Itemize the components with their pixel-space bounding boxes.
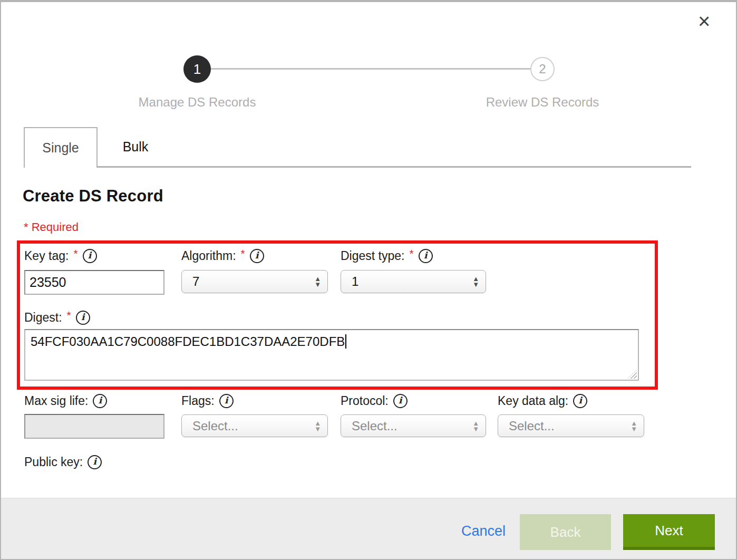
text-cursor bbox=[345, 334, 346, 349]
public-key-label: Public key: i bbox=[24, 454, 102, 470]
info-icon[interactable]: i bbox=[219, 394, 234, 408]
key-tag-label: Key tag: * i bbox=[24, 248, 97, 264]
max-sig-life-label: Max sig life: i bbox=[24, 393, 107, 409]
info-icon[interactable]: i bbox=[393, 394, 408, 408]
protocol-select[interactable]: Select... ▲▼ bbox=[341, 414, 486, 437]
algorithm-label-text: Algorithm: bbox=[181, 249, 236, 263]
select-arrows-icon: ▲▼ bbox=[314, 276, 321, 287]
create-ds-record-dialog: × 1 2 Manage DS Records Review DS Record… bbox=[0, 0, 737, 560]
select-arrows-icon: ▲▼ bbox=[631, 420, 637, 432]
step-1-label: Manage DS Records bbox=[118, 95, 276, 110]
resize-handle-icon[interactable] bbox=[628, 370, 637, 379]
flags-label-text: Flags: bbox=[181, 394, 215, 408]
next-button[interactable]: Next bbox=[623, 514, 715, 550]
key-tag-label-text: Key tag: bbox=[24, 249, 69, 263]
protocol-label: Protocol: i bbox=[341, 393, 408, 409]
select-arrows-icon: ▲▼ bbox=[472, 420, 479, 432]
tab-bottom-border bbox=[24, 166, 691, 168]
page-title: Create DS Record bbox=[23, 187, 163, 206]
digest-type-label: Digest type: * i bbox=[341, 248, 433, 264]
required-asterisk: * bbox=[67, 309, 71, 322]
required-asterisk: * bbox=[241, 247, 245, 260]
key-data-alg-label: Key data alg: i bbox=[498, 393, 587, 409]
public-key-label-text: Public key: bbox=[24, 455, 83, 469]
flags-select-value: Select... bbox=[192, 419, 238, 433]
info-icon[interactable]: i bbox=[573, 394, 587, 408]
digest-textarea[interactable]: 54FCF030AA1C79C0088FDEC1BD1C37DAA2E70DFB bbox=[24, 329, 639, 381]
key-data-alg-select-value: Select... bbox=[509, 419, 555, 433]
info-icon[interactable]: i bbox=[250, 249, 264, 263]
info-icon[interactable]: i bbox=[93, 394, 107, 408]
key-data-alg-label-text: Key data alg: bbox=[498, 394, 568, 408]
max-sig-life-label-text: Max sig life: bbox=[24, 394, 88, 408]
digest-type-label-text: Digest type: bbox=[341, 249, 404, 263]
info-icon[interactable]: i bbox=[76, 311, 90, 325]
protocol-select-value: Select... bbox=[352, 419, 397, 433]
step-1-indicator: 1 bbox=[183, 55, 211, 83]
close-icon[interactable]: × bbox=[698, 11, 710, 32]
step-2-indicator: 2 bbox=[530, 57, 555, 81]
key-tag-input[interactable] bbox=[24, 270, 164, 295]
max-sig-life-input[interactable] bbox=[24, 414, 164, 439]
protocol-label-text: Protocol: bbox=[341, 394, 389, 408]
tab-single[interactable]: Single bbox=[24, 127, 98, 168]
flags-select[interactable]: Select... ▲▼ bbox=[181, 414, 328, 437]
info-icon[interactable]: i bbox=[88, 455, 102, 469]
back-button[interactable]: Back bbox=[520, 514, 611, 550]
required-asterisk: * bbox=[73, 247, 77, 260]
digest-value: 54FCF030AA1C79C0088FDEC1BD1C37DAA2E70DFB bbox=[31, 334, 345, 349]
key-data-alg-select[interactable]: Select... ▲▼ bbox=[498, 414, 644, 437]
select-arrows-icon: ▲▼ bbox=[314, 420, 321, 432]
select-arrows-icon: ▲▼ bbox=[472, 276, 479, 287]
step-2-label: Review DS Records bbox=[463, 95, 622, 110]
flags-label: Flags: i bbox=[181, 393, 234, 409]
digest-type-select-value: 1 bbox=[352, 274, 358, 289]
info-icon[interactable]: i bbox=[419, 249, 433, 263]
algorithm-select[interactable]: 7 ▲▼ bbox=[181, 270, 328, 293]
algorithm-label: Algorithm: * i bbox=[181, 248, 264, 264]
cancel-button[interactable]: Cancel bbox=[461, 523, 506, 539]
digest-type-select[interactable]: 1 ▲▼ bbox=[341, 270, 486, 293]
required-asterisk: * bbox=[409, 247, 413, 260]
info-icon[interactable]: i bbox=[83, 249, 97, 263]
digest-label-text: Digest: bbox=[24, 311, 62, 325]
digest-label: Digest: * i bbox=[24, 310, 90, 325]
stepper-connector-line bbox=[211, 68, 530, 70]
tab-bulk[interactable]: Bulk bbox=[99, 127, 172, 166]
required-note: * Required bbox=[24, 220, 79, 234]
algorithm-select-value: 7 bbox=[192, 274, 199, 289]
